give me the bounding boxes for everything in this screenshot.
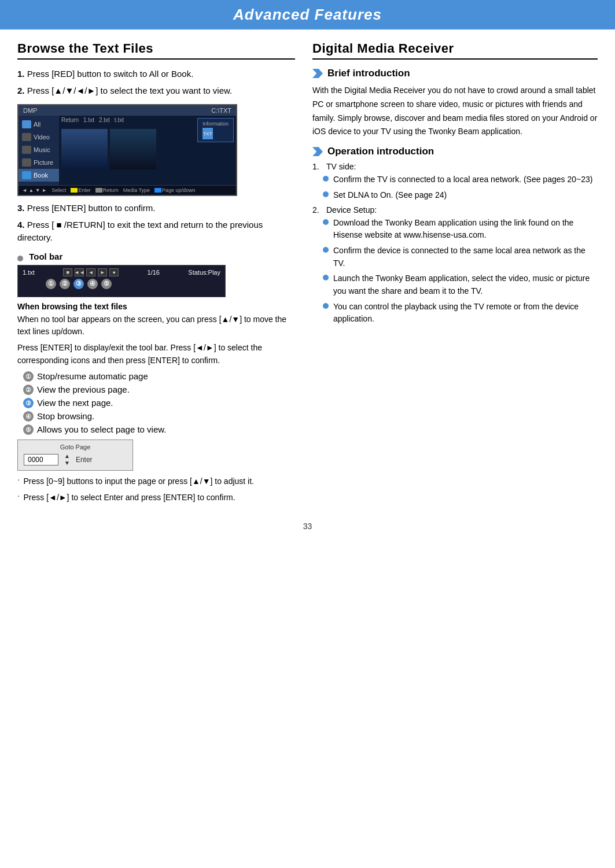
goto-arrows: ▲ ▼: [64, 453, 70, 467]
dot-item-2: · Press [◄/►] to select Enter and press …: [17, 492, 295, 504]
circle-4: ④: [87, 279, 98, 289]
left-section-title: Browse the Text Files: [17, 41, 295, 60]
tv-main-area: Return 1.txt 2.txt t.txt Information: [59, 116, 236, 185]
toolbar-icons: ■ ◄◄ ◄ ► ●: [63, 268, 119, 276]
goto-title: Goto Page: [24, 444, 127, 450]
page-header: Advanced Features: [0, 0, 615, 29]
step-4: 4. Press [ ■ /RETURN] to exit the text a…: [17, 219, 295, 245]
right-column: Digital Media Receiver Brief introductio…: [312, 41, 598, 504]
page-title: Advanced Features: [0, 6, 615, 24]
steps-list: 1. Press [RED] button to switch to All o…: [17, 68, 295, 97]
browsing-item-5: ⑤ Allows you to select page to view.: [23, 424, 295, 435]
stop2-icon: ●: [109, 268, 119, 276]
toolbar-top-row: 1.txt ■ ◄◄ ◄ ► ● 1/16 Status:Play: [23, 268, 220, 276]
dmp-label: DMP: [23, 107, 37, 114]
tv-body: All Video Music Picture: [19, 116, 236, 185]
when-browsing-para2: Press [ENTER] to display/exit the tool b…: [17, 342, 295, 367]
tv-sidebar: All Video Music Picture: [19, 116, 59, 185]
toolbar-heading: Tool bar: [29, 252, 62, 261]
toolbar-status: Status:Play: [188, 269, 220, 276]
enter-btn-yellow: [71, 188, 78, 193]
browsing-item-4: ④ Stop browsing.: [23, 411, 295, 422]
circle-3: ③: [73, 279, 84, 289]
device-bullet-1: Download the Twonky Beam application usi…: [323, 217, 598, 242]
tv-thumbnail2: [110, 129, 156, 169]
circle-row: ① ② ③ ④ ⑤: [46, 279, 220, 289]
browsing-item-3: ③ View the next page.: [23, 398, 295, 408]
next-icon: ►: [98, 268, 107, 276]
brief-intro-body: With the Digital Media Receiver you do n…: [312, 84, 598, 139]
when-browsing-heading: When browsing the text files: [17, 302, 295, 311]
toolbar-mockup: 1.txt ■ ◄◄ ◄ ► ● 1/16 Status:Play ① ② ③ …: [17, 265, 226, 297]
toolbar-bullet: [17, 256, 23, 261]
operation-list: 1. TV side: Confirm the TV is connected …: [312, 162, 598, 326]
goto-inner: 0000 ▲ ▼ Enter: [24, 453, 127, 467]
device-setup-item: 2. Device Setup:: [312, 205, 598, 215]
stop-icon: ■: [63, 268, 72, 276]
toolbar-filename: 1.txt: [23, 269, 35, 276]
prev-icon: ◄◄: [75, 268, 84, 276]
main-content: Browse the Text Files 1. Press [RED] but…: [0, 41, 615, 504]
tv-info-box: Information TXT: [197, 118, 234, 142]
dot-item-1: · Press [0~9] buttons to input the page …: [17, 475, 295, 488]
step-3: 3. Press [ENTER] button to confirm.: [17, 202, 295, 215]
steps-list-2: 3. Press [ENTER] button to confirm. 4. P…: [17, 202, 295, 245]
tv-bottom-bar: ◄ ▲ ▼ ► Select Enter Return Media Type P…: [19, 185, 236, 195]
device-bullet-4: You can control the playback using the T…: [323, 301, 598, 326]
tv-mockup: DMP C:\TXT All Video Music: [17, 104, 237, 196]
dot-items: · Press [0~9] buttons to input the page …: [17, 475, 295, 504]
tv-side-item: 1. TV side:: [312, 162, 598, 171]
sidebar-video: Video: [19, 131, 59, 143]
right-section-title: Digital Media Receiver: [312, 41, 598, 60]
goto-enter-label: Enter: [76, 456, 93, 464]
goto-page-box: Goto Page 0000 ▲ ▼ Enter: [17, 439, 133, 471]
step-2: 2. Press [▲/▼/◄/►] to select the text yo…: [17, 84, 295, 98]
tv-thumbnail: [61, 129, 108, 169]
left-column: Browse the Text Files 1. Press [RED] but…: [17, 41, 295, 504]
when-browsing-para1: When no tool bar appears on the screen, …: [17, 313, 295, 338]
sidebar-picture: Picture: [19, 156, 59, 169]
toolbar-page: 1/16: [148, 269, 160, 276]
return-btn: [95, 188, 102, 193]
operation-icon: [312, 147, 323, 156]
page-btn: [154, 188, 161, 193]
circle-2: ②: [60, 279, 70, 289]
tv-bullet-1: Confirm the TV is connected to a local a…: [323, 173, 598, 186]
path-label: C:\TXT: [211, 107, 231, 114]
tv-side-bullets: Confirm the TV is connected to a local a…: [323, 173, 598, 201]
sidebar-all: All: [19, 118, 59, 131]
brief-intro-title: Brief introduction: [312, 68, 598, 79]
browsing-item-1: ① Stop/resume automatic page: [23, 371, 295, 382]
prev2-icon: ◄: [86, 268, 95, 276]
goto-input[interactable]: 0000: [24, 454, 58, 466]
sidebar-music: Music: [19, 143, 59, 156]
browsing-item-2: ② View the previous page.: [23, 385, 295, 395]
step-1: 1. Press [RED] button to switch to All o…: [17, 68, 295, 81]
sidebar-book: Book: [19, 169, 59, 182]
tv-bullet-2: Set DLNA to On. (See page 24): [323, 189, 598, 202]
nav-arrows: ◄ ▲ ▼ ►: [22, 187, 47, 193]
circle-5: ⑤: [101, 279, 112, 289]
tv-top-bar: DMP C:\TXT: [19, 105, 236, 116]
toolbar-heading-row: Tool bar: [17, 252, 295, 261]
operation-intro-title: Operation introduction: [312, 146, 598, 157]
device-setup-bullets: Download the Twonky Beam application usi…: [323, 217, 598, 326]
page-number: 33: [0, 522, 615, 542]
circle-1: ①: [46, 279, 56, 289]
txt-icon: TXT: [202, 128, 213, 139]
brief-icon: [312, 69, 323, 78]
device-bullet-3: Launch the Twonky Beam application, sele…: [323, 272, 598, 297]
device-bullet-2: Confirm the device is connected to the s…: [323, 245, 598, 269]
